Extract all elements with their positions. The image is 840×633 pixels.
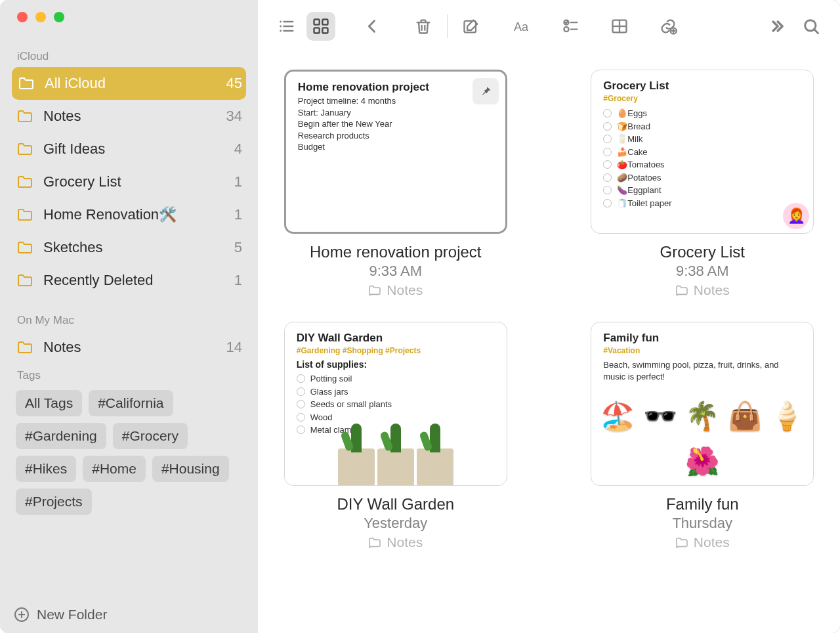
folder-name: All iCloud — [45, 75, 226, 92]
note-tags: #Grocery — [603, 94, 801, 103]
svg-rect-9 — [322, 28, 327, 33]
svg-rect-6 — [314, 20, 320, 25]
link-button[interactable] — [654, 12, 682, 41]
note-checklist: 🥚Eggs🍞Bread🥛Milk🍰Cake🍅Tomatoes🥔Potatoes🍆… — [603, 107, 801, 209]
svg-text:Aa: Aa — [514, 20, 529, 33]
note-title: Home renovation project — [298, 81, 494, 94]
note-title: Grocery List — [603, 79, 801, 93]
note-caption-time: Yesterday — [337, 515, 454, 532]
svg-point-15 — [564, 27, 569, 32]
note-caption-folder: Notes — [660, 282, 745, 298]
note-caption-time: Thursday — [666, 515, 739, 532]
tags-header: Tags — [0, 364, 258, 386]
note-caption-title: Home renovation project — [310, 243, 481, 261]
plus-circle-icon — [14, 607, 29, 622]
window-zoom[interactable] — [54, 12, 64, 22]
note-caption-title: Family fun — [666, 495, 739, 513]
delete-button[interactable] — [409, 12, 438, 41]
tag-pill[interactable]: #Gardening — [16, 423, 106, 449]
shared-avatar: 👩‍🦰 — [783, 203, 809, 229]
more-button[interactable] — [763, 12, 791, 41]
sidebar-folder[interactable]: Grocery List1 — [0, 165, 258, 198]
sidebar-folder[interactable]: All iCloud45 — [12, 67, 246, 100]
note-stickers: 🏖️🕶️🌴👜🍦🌺 — [599, 396, 805, 481]
folder-name: Gift Ideas — [43, 141, 234, 158]
svg-point-5 — [280, 30, 282, 32]
new-folder-label: New Folder — [37, 607, 107, 622]
folder-name: Sketches — [43, 239, 234, 256]
note-caption-title: Grocery List — [660, 243, 745, 261]
folder-name: Recently Deleted — [43, 272, 234, 289]
gallery-view-button[interactable] — [306, 12, 335, 41]
tag-pill[interactable]: #Projects — [16, 489, 92, 515]
note-tags: #Vacation — [603, 346, 801, 355]
sidebar-folder[interactable]: Home Renovation🛠️1 — [0, 198, 258, 231]
note-caption-folder: Notes — [310, 282, 481, 298]
note-caption-time: 9:33 AM — [310, 263, 481, 280]
sidebar-folder[interactable]: Gift Ideas4 — [0, 133, 258, 165]
tag-pill[interactable]: #Home — [83, 456, 146, 482]
section-header: On My Mac — [0, 309, 258, 331]
note-card[interactable]: Home renovation projectProject timeline:… — [284, 70, 507, 234]
tag-pill[interactable]: All Tags — [16, 390, 82, 416]
tag-pill[interactable]: #Housing — [152, 456, 229, 482]
sidebar-folder[interactable]: Recently Deleted1 — [0, 264, 258, 297]
folder-name: Grocery List — [43, 173, 234, 190]
new-folder-button[interactable]: New Folder — [0, 599, 258, 633]
note-body: Project timeline: 4 monthsStart: January… — [298, 95, 494, 153]
note-body: Beach, swimming pool, pizza, fruit, drin… — [603, 359, 801, 382]
checklist-button[interactable] — [556, 12, 585, 41]
window-minimize[interactable] — [35, 12, 46, 22]
svg-point-4 — [280, 26, 282, 28]
folder-count: 1 — [234, 206, 242, 223]
folder-count: 45 — [226, 75, 242, 92]
pin-icon — [472, 78, 499, 104]
folder-name: Notes — [43, 339, 226, 356]
window-close[interactable] — [17, 12, 28, 22]
svg-rect-7 — [322, 20, 327, 25]
table-button[interactable] — [605, 12, 634, 41]
note-caption-title: DIY Wall Garden — [337, 495, 454, 513]
section-header: iCloud — [0, 45, 258, 67]
sidebar-folder[interactable]: Notes14 — [0, 331, 258, 364]
folder-name: Home Renovation🛠️ — [43, 206, 234, 223]
format-button[interactable]: Aa — [508, 12, 537, 41]
note-card[interactable]: DIY Wall Garden#Gardening #Shopping #Pro… — [284, 322, 507, 486]
note-title: DIY Wall Garden — [297, 332, 495, 345]
svg-point-3 — [280, 21, 282, 23]
sidebar-folder[interactable]: Notes34 — [0, 100, 258, 133]
tag-pill[interactable]: #Grocery — [113, 423, 188, 449]
sidebar-folder[interactable]: Sketches5 — [0, 231, 258, 264]
note-subheading: List of supplies: — [297, 359, 495, 370]
svg-rect-8 — [314, 28, 320, 33]
note-card[interactable]: Family fun#VacationBeach, swimming pool,… — [591, 322, 814, 486]
folder-count: 4 — [234, 141, 242, 158]
note-caption-time: 9:38 AM — [660, 263, 745, 280]
search-button[interactable] — [797, 12, 826, 41]
toolbar-separator — [447, 14, 448, 38]
tag-pill[interactable]: #Hikes — [16, 456, 76, 482]
folder-count: 1 — [234, 173, 242, 190]
note-caption-folder: Notes — [666, 535, 739, 550]
note-tags: #Gardening #Shopping #Projects — [297, 346, 495, 355]
folder-count: 34 — [226, 108, 242, 125]
folder-name: Notes — [43, 108, 226, 125]
list-view-button[interactable] — [272, 12, 301, 41]
back-button[interactable] — [358, 12, 387, 41]
tag-pill[interactable]: #California — [89, 390, 173, 416]
svg-line-23 — [814, 30, 818, 33]
folder-count: 14 — [226, 339, 242, 356]
note-title: Family fun — [603, 332, 801, 345]
folder-count: 5 — [234, 239, 242, 256]
note-card[interactable]: Grocery List#Grocery🥚Eggs🍞Bread🥛Milk🍰Cak… — [591, 70, 814, 234]
note-caption-folder: Notes — [337, 535, 454, 550]
note-image — [285, 426, 507, 485]
folder-count: 1 — [234, 272, 242, 289]
new-note-button[interactable] — [457, 12, 486, 41]
